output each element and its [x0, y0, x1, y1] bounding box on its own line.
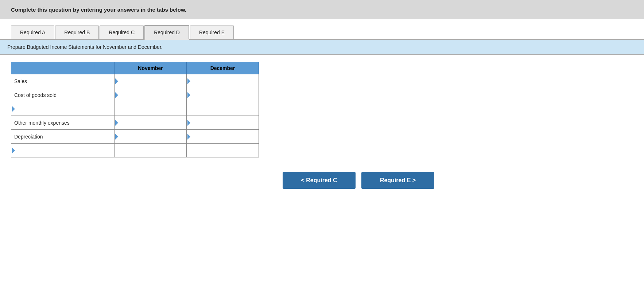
triangle-icon [187, 92, 190, 98]
input-cell-row6-nov [115, 144, 187, 157]
label-cell-sales: Sales [11, 74, 115, 88]
tab-required-c[interactable]: Required C [100, 26, 144, 39]
table-area: November December Sales [0, 55, 644, 165]
table-row [11, 102, 259, 116]
other-dec-input[interactable] [190, 116, 259, 129]
input-cell-sales-dec [187, 74, 259, 88]
input-cell-row3-nov [115, 102, 187, 116]
col-header-empty [11, 62, 115, 74]
row3-nov-input[interactable] [115, 102, 186, 116]
tab-required-a[interactable]: Required A [11, 26, 54, 39]
label-cell-other-expenses: Other monthly expenses [11, 116, 115, 130]
triangle-icon [115, 78, 118, 84]
instruction-text: Complete this question by entering your … [11, 7, 186, 13]
input-cell-cogs-nov [115, 88, 187, 102]
next-button[interactable]: Required E > [361, 172, 434, 189]
input-cell-row3-dec [187, 102, 259, 116]
col-header-december: December [187, 62, 259, 74]
input-cell-depreciation-dec [187, 130, 259, 144]
triangle-icon [115, 92, 118, 98]
label-cell-depreciation: Depreciation [11, 130, 115, 144]
table-row: Other monthly expenses [11, 116, 259, 130]
triangle-icon [115, 134, 118, 140]
input-cell-depreciation-nov [115, 130, 187, 144]
depreciation-nov-input[interactable] [118, 130, 186, 143]
table-row [11, 144, 259, 157]
table-row: Depreciation [11, 130, 259, 144]
budget-table: November December Sales [11, 62, 259, 157]
triangle-icon [12, 106, 15, 112]
cogs-dec-input[interactable] [190, 88, 259, 102]
col-header-november: November [115, 62, 187, 74]
triangle-icon [187, 78, 190, 84]
prev-button[interactable]: < Required C [283, 172, 356, 189]
row6-nov-input[interactable] [115, 144, 186, 157]
input-cell-cogs-dec [187, 88, 259, 102]
triangle-icon [115, 120, 118, 126]
other-nov-input[interactable] [118, 116, 186, 129]
tab-required-d[interactable]: Required D [144, 25, 189, 40]
depreciation-dec-input[interactable] [190, 130, 259, 143]
row3-dec-input[interactable] [187, 102, 259, 116]
input-cell-row6-dec [187, 144, 259, 157]
sales-dec-input[interactable] [190, 74, 259, 88]
page-wrapper: Complete this question by entering your … [0, 0, 644, 285]
table-row: Sales [11, 74, 259, 88]
input-cell-other-nov [115, 116, 187, 130]
triangle-icon [187, 120, 190, 126]
tab-required-e[interactable]: Required E [190, 26, 234, 39]
table-row: Cost of goods sold [11, 88, 259, 102]
sales-nov-input[interactable] [118, 74, 186, 88]
tabs-container: Required A Required B Required C Require… [0, 19, 644, 40]
row6-dec-input[interactable] [187, 144, 259, 157]
sub-instruction: Prepare Budgeted Income Statements for N… [0, 40, 644, 55]
cogs-nov-input[interactable] [118, 88, 186, 102]
row3-label-input[interactable] [15, 102, 114, 116]
label-cell-cogs: Cost of goods sold [11, 88, 115, 102]
triangle-icon [187, 134, 190, 140]
input-cell-other-dec [187, 116, 259, 130]
instruction-banner: Complete this question by entering your … [0, 0, 644, 19]
input-cell-sales-nov [115, 74, 187, 88]
row6-label-input[interactable] [15, 144, 114, 157]
nav-buttons: < Required C Required E > [73, 165, 644, 196]
label-cell-empty2 [11, 144, 115, 157]
triangle-icon [12, 148, 15, 153]
label-cell-empty1 [11, 102, 115, 116]
tab-required-b[interactable]: Required B [55, 26, 99, 39]
